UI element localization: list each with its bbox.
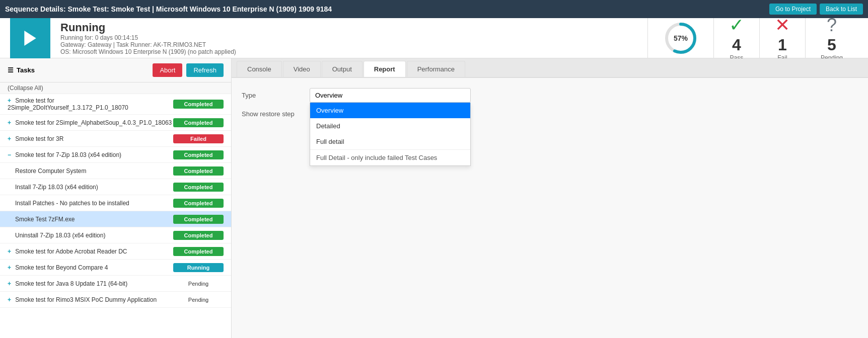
abort-button[interactable]: Abort — [153, 63, 182, 77]
task-row[interactable]: + Smoke test for Rimo3 MSIX PoC Dummy Ap… — [0, 292, 231, 308]
type-label: Type — [242, 92, 302, 99]
task-name: Install Patches - No patches to be insta… — [15, 200, 173, 207]
tab-content: Type OverviewDetailedFull detailFull Det… — [232, 78, 868, 338]
task-row[interactable]: + Smoke test for 2Simple_AlphabetSoup_4.… — [0, 115, 231, 131]
status-badge: Completed — [173, 100, 224, 109]
status-stats: 57% ✓ 4 Pass ✕ 1 Fail ? 5 Pending — [647, 18, 858, 58]
tab-performance[interactable]: Performance — [407, 61, 465, 77]
svg-marker-0 — [24, 31, 36, 46]
stat-progress: 57% — [648, 18, 714, 58]
check-icon: ✓ — [729, 15, 744, 36]
task-name: + Smoke test for Rimo3 MSIX PoC Dummy Ap… — [8, 296, 173, 303]
page-title: Sequence Details: Smoke Test: Smoke Test… — [5, 5, 332, 13]
status-running-for: Running for: 0 days 00:14:15 — [60, 34, 637, 41]
status-badge: Completed — [173, 247, 224, 256]
task-row[interactable]: + Smoke test for Beyond Compare 4Running — [0, 260, 231, 276]
plus-icon[interactable]: + — [8, 248, 11, 255]
header-buttons: Go to Project Back to List — [769, 4, 863, 15]
progress-text: 57% — [674, 34, 688, 42]
task-row[interactable]: − Smoke test for 7-Zip 18.03 (x64 editio… — [0, 147, 231, 163]
status-bar: Running Running for: 0 days 00:14:15 Gat… — [0, 18, 868, 58]
task-row[interactable]: + Smoke test for Java 8 Update 171 (64-b… — [0, 276, 231, 292]
show-restore-label: Show restore step — [242, 110, 302, 118]
dropdown-menu: OverviewDetailedFull detailFull Detail -… — [310, 103, 471, 166]
right-panel: ConsoleVideoOutputReportPerformance Type… — [232, 58, 868, 338]
minus-icon[interactable]: − — [8, 151, 11, 158]
task-name: Uninstall 7-Zip 18.03 (x64 edition) — [15, 232, 173, 239]
task-row[interactable]: Uninstall 7-Zip 18.03 (x64 edition)Compl… — [0, 227, 231, 243]
status-running: Running — [60, 21, 637, 34]
task-name: + Smoke test for Beyond Compare 4 — [8, 264, 173, 271]
toolbar-buttons: Abort Refresh — [153, 63, 224, 77]
tab-console[interactable]: Console — [237, 61, 282, 77]
task-row[interactable]: Restore Computer SystemCompleted — [0, 163, 231, 179]
status-badge: Pending — [173, 295, 224, 304]
go-to-project-button[interactable]: Go to Project — [769, 4, 817, 15]
plus-icon[interactable]: + — [8, 296, 11, 303]
status-badge: Completed — [173, 231, 224, 240]
status-badge: Completed — [173, 215, 224, 224]
pass-count: 4 — [732, 36, 741, 54]
status-gateway: Gateway: Gateway | Task Runner: AK-TR.RI… — [60, 41, 637, 48]
status-badge: Pending — [173, 279, 224, 288]
task-name: + Smoke test for 3R — [8, 135, 173, 142]
left-toolbar: ☰ Tasks Abort Refresh — [0, 58, 231, 82]
status-badge: Completed — [173, 166, 224, 176]
task-list: + Smoke test for 2Simple_2DoItYourself_1… — [0, 94, 231, 338]
status-badge: Completed — [173, 199, 224, 208]
status-badge: Completed — [173, 183, 224, 192]
status-info: Running Running for: 0 days 00:14:15 Gat… — [60, 21, 637, 55]
status-badge: Completed — [173, 150, 224, 159]
task-row[interactable]: + Smoke test for Adobe Acrobat Reader DC… — [0, 243, 231, 260]
task-name: Restore Computer System — [15, 167, 173, 175]
dropdown-option[interactable]: Overview — [310, 103, 470, 118]
plus-icon[interactable]: + — [8, 135, 11, 142]
task-name: + Smoke test for 2Simple_2DoItYourself_1… — [8, 97, 173, 111]
task-row[interactable]: Smoke Test 7zFM.exeCompleted — [0, 211, 231, 227]
plus-icon[interactable]: + — [8, 97, 11, 104]
main-content: ☰ Tasks Abort Refresh (Collapse All) + S… — [0, 58, 868, 338]
stat-pass: ✓ 4 Pass — [714, 18, 760, 58]
status-badge: Completed — [173, 118, 224, 127]
fail-count: 1 — [778, 36, 787, 54]
plus-icon[interactable]: + — [8, 264, 11, 271]
task-name: Install 7-Zip 18.03 (x64 edition) — [15, 184, 173, 191]
tab-report[interactable]: Report — [364, 61, 406, 77]
task-row[interactable]: Install 7-Zip 18.03 (x64 edition)Complet… — [0, 179, 231, 195]
left-panel: ☰ Tasks Abort Refresh (Collapse All) + S… — [0, 58, 232, 338]
status-icon — [10, 18, 50, 58]
task-row[interactable]: + Smoke test for 3RFailed — [0, 131, 231, 147]
tabs: ConsoleVideoOutputReportPerformance — [232, 58, 868, 78]
question-icon: ? — [827, 15, 837, 36]
play-icon — [20, 28, 40, 48]
back-to-list-button[interactable]: Back to List — [820, 4, 863, 15]
type-row: Type OverviewDetailedFull detailFull Det… — [242, 88, 858, 103]
status-os: OS: Microsoft Windows 10 Enterprise N (1… — [60, 48, 637, 55]
type-select[interactable]: OverviewDetailedFull detailFull Detail -… — [310, 88, 471, 103]
status-badge: Running — [173, 263, 224, 272]
task-name: − Smoke test for 7-Zip 18.03 (x64 editio… — [8, 151, 173, 158]
task-row[interactable]: + Smoke test for 2Simple_2DoItYourself_1… — [0, 94, 231, 115]
dropdown-option[interactable]: Detailed — [310, 118, 470, 134]
task-row[interactable]: Install Patches - No patches to be insta… — [0, 195, 231, 211]
status-badge: Failed — [173, 134, 224, 143]
dropdown-option[interactable]: Full detail — [310, 134, 470, 149]
task-name: Smoke Test 7zFM.exe — [15, 216, 173, 223]
tasks-label: ☰ Tasks — [8, 66, 35, 74]
type-select-wrapper: OverviewDetailedFull detailFull Detail -… — [310, 88, 471, 103]
tab-output[interactable]: Output — [322, 61, 363, 77]
task-name: + Smoke test for 2Simple_AlphabetSoup_4.… — [8, 119, 173, 126]
refresh-button[interactable]: Refresh — [186, 63, 224, 77]
task-name: + Smoke test for Java 8 Update 171 (64-b… — [8, 280, 173, 287]
tasks-icon: ☰ — [8, 66, 14, 74]
x-icon: ✕ — [775, 15, 790, 36]
dropdown-option[interactable]: Full Detail - only include failed Test C… — [310, 149, 470, 165]
plus-icon[interactable]: + — [8, 280, 11, 287]
tab-video[interactable]: Video — [283, 61, 321, 77]
progress-ring: 57% — [663, 21, 698, 56]
tasks-text: Tasks — [17, 66, 35, 74]
stat-fail: ✕ 1 Fail — [760, 18, 806, 58]
plus-icon[interactable]: + — [8, 119, 11, 126]
collapse-all[interactable]: (Collapse All) — [0, 82, 231, 94]
task-name: + Smoke test for Adobe Acrobat Reader DC — [8, 248, 173, 255]
